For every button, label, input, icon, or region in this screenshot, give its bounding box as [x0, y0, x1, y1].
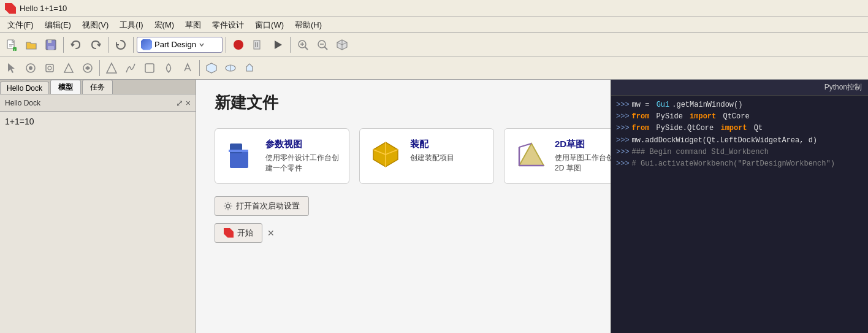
start-workbench-button[interactable]: 开始 — [215, 223, 262, 243]
python-console-header: Python控制 — [611, 80, 868, 96]
sketch-tool-3[interactable] — [140, 59, 159, 77]
part-tool-4[interactable] — [78, 59, 97, 77]
svg-rect-6 — [48, 40, 51, 43]
svg-point-8 — [234, 40, 243, 50]
card-desc-part: 使用零件设计工作台创建一个零件 — [265, 153, 339, 174]
svg-rect-30 — [230, 151, 248, 168]
svg-rect-32 — [229, 150, 248, 152]
play-macro-button[interactable] — [268, 36, 287, 54]
svg-marker-20 — [8, 63, 15, 73]
app-title: Hello 1+1=10 — [20, 4, 67, 13]
svg-marker-26 — [107, 63, 116, 73]
svg-text:+: + — [13, 48, 16, 51]
svg-rect-27 — [145, 64, 154, 72]
toolbar2-sep-1 — [99, 60, 100, 76]
menu-bar: 文件(F) 编辑(E) 视图(V) 工具(I) 宏(M) 草图 零件设计 窗口(… — [0, 17, 868, 33]
menu-window[interactable]: 窗口(W) — [250, 18, 289, 32]
menu-help[interactable]: 帮助(H) — [290, 18, 327, 32]
part3d-tool-2[interactable] — [221, 59, 240, 77]
left-panel: Hello Dock 模型 任务 Hello Dock ⤢ × 1+1=10 — [0, 80, 196, 333]
zoom-out-button[interactable] — [313, 36, 332, 54]
workbench-icon — [141, 39, 152, 50]
tab-tasks[interactable]: 任务 — [82, 80, 113, 94]
card-desc-2d: 使用草图工作台创建2D 草图 — [555, 153, 611, 174]
refresh-button[interactable] — [112, 36, 130, 54]
card-title-assembly: 装配 — [410, 139, 454, 150]
settings-btn-label: 打开首次启动设置 — [236, 201, 300, 212]
svg-rect-9 — [254, 40, 260, 49]
start-page-close-button[interactable]: ✕ — [267, 228, 275, 238]
record-macro-button[interactable] — [229, 36, 248, 54]
open-settings-button[interactable]: 打开首次启动设置 — [215, 196, 309, 216]
pointer-tool-button[interactable] — [2, 59, 21, 77]
part-tool-2[interactable] — [40, 59, 59, 77]
dock-controls: ⤢ × — [176, 98, 191, 108]
zoom-in-button[interactable] — [294, 36, 312, 54]
save-file-button[interactable] — [42, 36, 60, 54]
sketch-tool-4[interactable] — [159, 59, 178, 77]
toolbar-separator-4 — [226, 37, 226, 53]
py-line-6: >>> # Gui.activateWorkbench("PartDesignW… — [616, 158, 863, 170]
cards-row: 参数视图 使用零件设计工作台创建一个零件 — [215, 128, 592, 184]
start-page: 新建文件 参数视图 使用零件设计工作台创建一个零件 — [196, 80, 611, 333]
sketch-tool-5[interactable] — [178, 59, 197, 77]
py-line-4: >>> mw.addDockWidget(Qt.LeftDockWidgetAr… — [616, 135, 863, 147]
workbench-dropdown-icon — [199, 42, 205, 48]
menu-file[interactable]: 文件(F) — [2, 18, 39, 32]
svg-line-18 — [325, 47, 328, 50]
start-btn-label: 开始 — [237, 228, 253, 239]
py-line-3: >>> from PySide.QtCore import Qt — [616, 123, 863, 134]
center-area: 新建文件 参数视图 使用零件设计工作台创建一个零件 — [196, 80, 611, 333]
dock-close-icon[interactable]: × — [186, 98, 191, 108]
card-icon-2d — [514, 139, 546, 170]
menu-sketch[interactable]: 草图 — [180, 18, 206, 32]
toolbar-separator-1 — [63, 37, 64, 53]
card-part-design[interactable]: 参数视图 使用零件设计工作台创建一个零件 — [215, 128, 349, 184]
card-title-part: 参数视图 — [265, 139, 339, 150]
card-assembly[interactable]: 装配 创建装配项目 — [359, 128, 494, 184]
new-file-button[interactable]: + — [2, 36, 21, 54]
hello-dock-outer-tab[interactable]: Hello Dock — [0, 82, 49, 94]
python-console-panel: Python控制 >>> mw = Gui.getMainWindow() >>… — [611, 80, 868, 333]
tab-model[interactable]: 模型 — [50, 80, 81, 94]
stop-macro-button[interactable] — [249, 36, 267, 54]
sketch-tool-2[interactable] — [121, 59, 140, 77]
svg-point-24 — [48, 66, 51, 70]
open-file-button[interactable] — [22, 36, 40, 54]
card-content-2d: 2D草图 使用草图工作台创建2D 草图 — [555, 139, 611, 174]
part3d-tool-1[interactable] — [202, 59, 221, 77]
toolbar2-sep-2 — [199, 60, 200, 76]
menu-edit[interactable]: 编辑(E) — [40, 18, 76, 32]
hello-dock-header: Hello Dock ⤢ × — [0, 94, 196, 112]
workbench-selector[interactable]: Part Design — [137, 37, 223, 53]
menu-tools[interactable]: 工具(I) — [115, 18, 148, 32]
menu-macro[interactable]: 宏(M) — [150, 18, 180, 32]
menu-partdesign[interactable]: 零件设计 — [207, 18, 249, 32]
toolbar-separator-3 — [133, 37, 134, 53]
part3d-tool-3[interactable] — [240, 59, 259, 77]
python-console-content[interactable]: >>> mw = Gui.getMainWindow() >>> from Py… — [611, 96, 868, 333]
toolbar1: + Part Design — [0, 33, 868, 56]
dock-title: Hello Dock — [5, 99, 40, 107]
panel-tabs: Hello Dock 模型 任务 — [0, 80, 196, 94]
part-tool-3[interactable] — [59, 59, 78, 77]
toolbar-separator-5 — [290, 37, 291, 53]
card-content-part: 参数视图 使用零件设计工作台创建一个零件 — [265, 139, 339, 174]
menu-view[interactable]: 视图(V) — [77, 18, 113, 32]
app-icon — [5, 3, 16, 14]
view-cube-button[interactable] — [333, 36, 351, 54]
sketch-tool-1[interactable] — [102, 59, 121, 77]
py-line-2: >>> from PySide import QtCore — [616, 111, 863, 123]
svg-line-14 — [305, 47, 308, 50]
undo-button[interactable] — [67, 36, 85, 54]
card-2d-sketch[interactable]: 2D草图 使用草图工作台创建2D 草图 — [504, 128, 611, 184]
svg-marker-12 — [275, 40, 282, 49]
start-workbench-row: 开始 ✕ — [215, 223, 592, 243]
redo-button[interactable] — [86, 36, 105, 54]
svg-marker-33 — [519, 144, 544, 166]
svg-point-22 — [29, 66, 32, 70]
dock-expand-icon[interactable]: ⤢ — [176, 98, 183, 108]
part-tool-1[interactable] — [21, 59, 40, 77]
card-icon-part — [225, 139, 257, 170]
py-line-1: >>> mw = Gui.getMainWindow() — [616, 99, 863, 111]
